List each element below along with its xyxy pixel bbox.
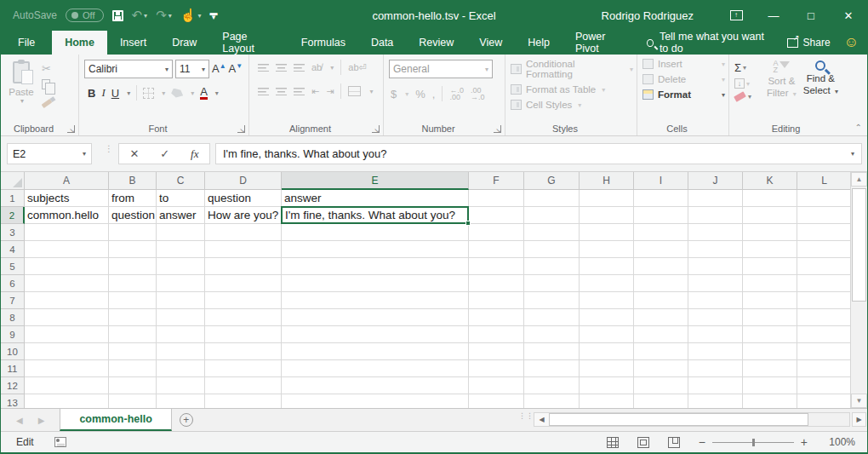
increase-indent-icon[interactable]: ⇥ <box>326 86 334 97</box>
row-header-13[interactable]: 13 <box>1 394 25 408</box>
cell-F8[interactable] <box>469 309 524 326</box>
clear-button[interactable]: ▾ <box>734 93 763 101</box>
cell-H9[interactable] <box>580 326 634 343</box>
touch-mode-button[interactable]: ☝▾ <box>180 8 202 23</box>
cell-C3[interactable] <box>157 224 205 241</box>
font-color-dropdown-icon[interactable]: ▾ <box>215 89 219 97</box>
cell-B11[interactable] <box>109 360 157 377</box>
conditional-formatting-button[interactable]: Conditional Formatting▾ <box>511 59 633 79</box>
cell-I11[interactable] <box>634 360 688 377</box>
fill-color-dropdown-icon[interactable]: ▾ <box>191 89 194 97</box>
cell-G1[interactable] <box>524 190 580 207</box>
cell-G12[interactable] <box>524 377 580 394</box>
user-name[interactable]: Rodrigo Rodriguez <box>602 9 694 22</box>
cell-F9[interactable] <box>469 326 524 343</box>
cell-G8[interactable] <box>524 309 580 326</box>
align-bottom-icon[interactable] <box>294 64 305 72</box>
cell-C7[interactable] <box>157 292 205 309</box>
cell-D6[interactable] <box>205 275 282 292</box>
sheet-nav-prev-button[interactable]: ◀ <box>16 416 23 425</box>
align-middle-icon[interactable] <box>276 64 287 72</box>
cell-C2[interactable]: answer <box>157 207 205 224</box>
cell-C5[interactable] <box>157 258 205 275</box>
page-break-preview-button[interactable] <box>668 437 680 448</box>
cell-K1[interactable] <box>743 190 797 207</box>
row-header-4[interactable]: 4 <box>1 241 25 258</box>
cell-I13[interactable] <box>634 394 688 408</box>
tab-file[interactable]: File <box>1 31 52 55</box>
sort-filter-button[interactable]: AZ Sort & Filter ▾ <box>763 60 800 120</box>
add-sheet-button[interactable]: + <box>172 409 201 431</box>
cell-A12[interactable] <box>25 377 109 394</box>
paste-button[interactable]: Paste ▾ <box>6 60 37 120</box>
cell-J7[interactable] <box>688 292 743 309</box>
cell-D1[interactable]: question <box>205 190 282 207</box>
cell-G10[interactable] <box>524 343 580 360</box>
row-header-11[interactable]: 11 <box>1 360 25 377</box>
orientation-icon[interactable]: ab̸ <box>311 62 322 72</box>
cell-I4[interactable] <box>634 241 688 258</box>
close-button[interactable]: ✕ <box>830 0 867 31</box>
cell-G3[interactable] <box>524 224 580 241</box>
cell-J13[interactable] <box>688 394 743 408</box>
wrap-text-icon[interactable]: ab⏎ <box>348 62 366 73</box>
column-header-C[interactable]: C <box>157 172 205 190</box>
cell-H6[interactable] <box>580 275 634 292</box>
formula-bar-expand-icon[interactable]: ▾ <box>851 150 854 158</box>
cell-E7[interactable] <box>282 292 469 309</box>
cell-H1[interactable] <box>580 190 634 207</box>
cell-F1[interactable] <box>469 190 524 207</box>
fill-color-icon[interactable] <box>171 89 183 98</box>
cell-B5[interactable] <box>109 258 157 275</box>
column-header-D[interactable]: D <box>205 172 282 190</box>
cell-H10[interactable] <box>580 343 634 360</box>
cell-E3[interactable] <box>282 224 469 241</box>
cell-B3[interactable] <box>109 224 157 241</box>
cell-A7[interactable] <box>25 292 109 309</box>
cell-B10[interactable] <box>109 343 157 360</box>
tab-page-layout[interactable]: Page Layout <box>209 31 288 55</box>
scroll-left-arrow[interactable]: ◀ <box>534 413 549 426</box>
autosave-toggle[interactable]: Off <box>66 9 103 22</box>
cell-J8[interactable] <box>688 309 743 326</box>
cell-J9[interactable] <box>688 326 743 343</box>
cell-B6[interactable] <box>109 275 157 292</box>
cell-A13[interactable] <box>25 394 109 408</box>
cell-J3[interactable] <box>688 224 743 241</box>
cell-A2[interactable]: common.hello <box>25 207 109 224</box>
cell-G4[interactable] <box>524 241 580 258</box>
tab-formulas[interactable]: Formulas <box>288 31 358 55</box>
redo-dropdown-icon[interactable]: ▾ <box>168 12 172 20</box>
insert-function-button[interactable]: fx <box>191 147 198 161</box>
column-header-G[interactable]: G <box>524 172 580 190</box>
cell-C6[interactable] <box>157 275 205 292</box>
font-size-select[interactable]: 11▾ <box>175 60 209 78</box>
tab-bar-resize-handle[interactable]: ⋮⋮ <box>518 414 534 417</box>
cell-A9[interactable] <box>25 326 109 343</box>
row-header-2[interactable]: 2 <box>1 207 25 224</box>
cell-A1[interactable]: subjects <box>25 190 109 207</box>
font-dialog-launcher[interactable] <box>237 125 245 133</box>
row-header-6[interactable]: 6 <box>1 275 25 292</box>
scroll-right-arrow[interactable]: ▶ <box>852 412 866 427</box>
cell-J1[interactable] <box>688 190 743 207</box>
tell-me-box[interactable]: Tell me what you want to do <box>638 31 773 55</box>
cell-H12[interactable] <box>580 377 634 394</box>
zoom-slider-handle[interactable] <box>752 439 755 446</box>
undo-dropdown-icon[interactable]: ▾ <box>144 12 147 20</box>
italic-button[interactable]: I <box>101 86 105 100</box>
minimize-button[interactable]: — <box>755 0 792 31</box>
cell-B7[interactable] <box>109 292 157 309</box>
cell-E6[interactable] <box>282 275 469 292</box>
cell-A10[interactable] <box>25 343 109 360</box>
cell-B12[interactable] <box>109 377 157 394</box>
bold-button[interactable]: B <box>88 87 95 100</box>
column-header-I[interactable]: I <box>634 172 688 190</box>
cell-D8[interactable] <box>205 309 282 326</box>
tab-view[interactable]: View <box>466 31 515 55</box>
align-center-icon[interactable] <box>276 88 287 95</box>
align-left-icon[interactable] <box>258 88 269 95</box>
cell-G5[interactable] <box>524 258 580 275</box>
cell-L8[interactable] <box>797 309 852 326</box>
delete-cells-button[interactable]: Delete▾ <box>642 74 725 84</box>
